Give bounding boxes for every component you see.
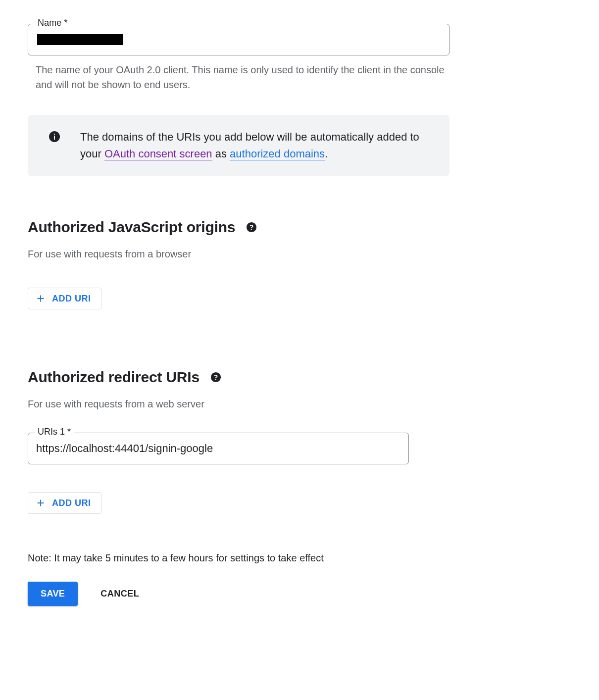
oauth-consent-link[interactable]: OAuth consent screen xyxy=(104,148,212,160)
name-helper-text: The name of your OAuth 2.0 client. This … xyxy=(28,62,449,92)
info-middle: as xyxy=(212,148,230,160)
js-origins-heading: Authorized JavaScript origins xyxy=(28,219,235,236)
plus-icon xyxy=(35,498,46,508)
redirect-uri-1-wrap: URIs 1 * xyxy=(28,433,409,464)
js-origins-sub: For use with requests from a browser xyxy=(28,249,571,260)
js-origins-heading-row: Authorized JavaScript origins ? xyxy=(28,219,571,236)
redirect-uris-heading: Authorized redirect URIs xyxy=(28,369,200,386)
name-field-label: Name * xyxy=(35,18,71,28)
help-icon[interactable]: ? xyxy=(210,372,221,383)
name-input[interactable] xyxy=(28,24,449,55)
svg-rect-2 xyxy=(54,134,55,135)
name-field-wrap: Name * xyxy=(28,24,449,55)
add-redirect-uri-label: ADD URI xyxy=(52,498,91,508)
redirect-uris-sub: For use with requests from a web server xyxy=(28,399,571,410)
authorized-domains-link[interactable]: authorized domains xyxy=(230,148,325,160)
plus-icon xyxy=(35,293,46,304)
name-input-value-redacted xyxy=(37,34,123,45)
add-js-origin-uri-label: ADD URI xyxy=(52,294,91,304)
svg-text:?: ? xyxy=(250,224,253,231)
svg-rect-1 xyxy=(54,136,55,140)
add-js-origin-uri-button[interactable]: ADD URI xyxy=(28,288,101,309)
action-button-row: SAVE CANCEL xyxy=(28,582,571,606)
save-button[interactable]: SAVE xyxy=(28,582,78,606)
redirect-uri-1-input[interactable] xyxy=(28,433,409,464)
redirect-uri-1-label: URIs 1 * xyxy=(35,427,74,437)
cancel-button[interactable]: CANCEL xyxy=(98,588,142,600)
note-text: Note: It may take 5 minutes to a few hou… xyxy=(28,552,571,564)
info-icon xyxy=(49,131,60,143)
add-redirect-uri-button[interactable]: ADD URI xyxy=(28,492,101,514)
redirect-uris-heading-row: Authorized redirect URIs ? xyxy=(28,369,571,386)
info-banner-text: The domains of the URIs you add below wi… xyxy=(80,129,436,162)
info-banner: The domains of the URIs you add below wi… xyxy=(28,115,449,176)
help-icon[interactable]: ? xyxy=(246,222,257,233)
info-suffix: . xyxy=(325,148,328,160)
svg-text:?: ? xyxy=(214,374,218,381)
